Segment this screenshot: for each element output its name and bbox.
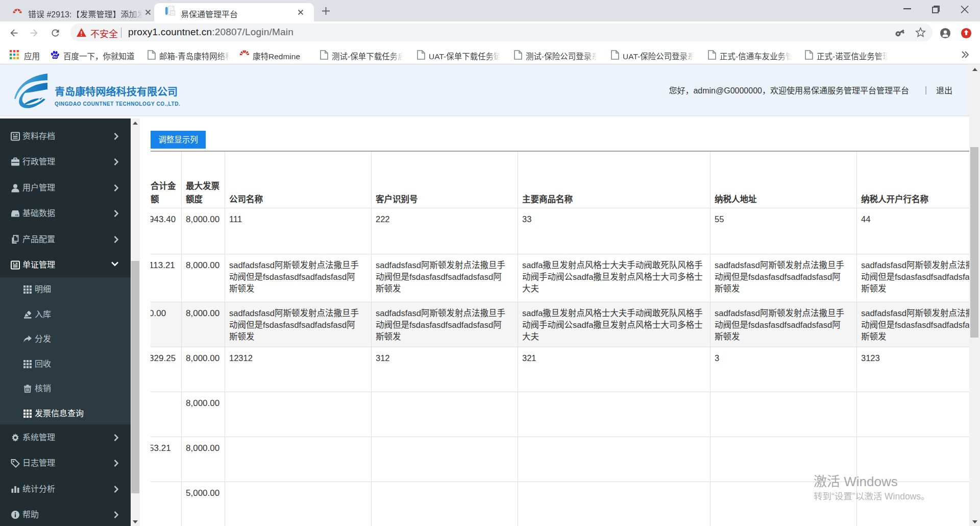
svg-text:du: du <box>53 55 57 58</box>
